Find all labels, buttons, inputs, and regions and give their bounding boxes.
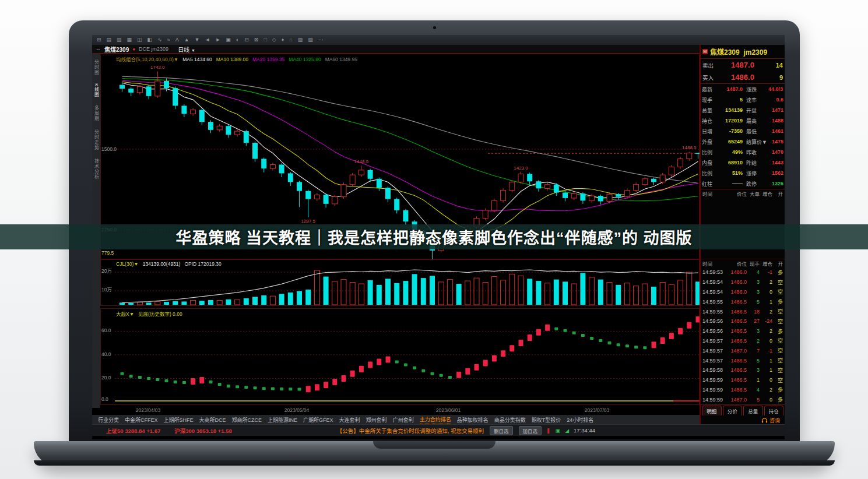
- down-arrow-icon[interactable]: ▼: [195, 37, 200, 43]
- hatch-alt-icon[interactable]: ▨: [308, 37, 313, 43]
- view-tab-5[interactable]: 技术分析: [93, 159, 100, 179]
- exchange-tab-14[interactable]: 期权T型报价: [532, 416, 561, 424]
- tape-row[interactable]: 14:59:541486.032空: [701, 277, 785, 287]
- quote-tab-1[interactable]: 明细: [702, 406, 722, 415]
- tape-row[interactable]: 14:59:531486.04-1多: [701, 267, 785, 277]
- exchange-tab-1[interactable]: 行业分类: [98, 416, 119, 424]
- bid-row[interactable]: 买入 1486.0 9: [701, 71, 785, 83]
- quote-grid-row: 内盘68910昨结1443: [701, 157, 785, 168]
- quote-value: 1475: [768, 139, 783, 145]
- ask-row[interactable]: 卖出 1487.0 14: [701, 59, 785, 71]
- main-contract-badge: M: [702, 49, 708, 54]
- tape-delta: 0: [760, 377, 772, 383]
- tape-row[interactable]: 14:59:561486.532多: [701, 326, 785, 336]
- exchange-tab-13[interactable]: 商品分类指数: [494, 416, 526, 424]
- home-icon[interactable]: ⌂: [289, 37, 292, 43]
- box-icon[interactable]: ▣: [226, 37, 231, 43]
- minus-box-icon[interactable]: ⊟: [244, 37, 249, 43]
- tape-volume: 7: [747, 348, 760, 354]
- tape-row[interactable]: 14:59:591486.542多: [701, 385, 785, 395]
- tape-row[interactable]: 14:59:591487.050多: [701, 395, 785, 404]
- half-circle-icon[interactable]: ◐: [236, 37, 239, 43]
- exchange-tab-8[interactable]: 大连套利: [339, 416, 360, 424]
- exchange-tab-5[interactable]: 郑商所CZCE: [232, 416, 262, 424]
- tape-row[interactable]: 14:59:591486.510空: [701, 375, 785, 385]
- quote-grid-row: 最新1487.0涨跌44.0/3.0: [701, 84, 785, 94]
- square-icon[interactable]: □: [263, 37, 266, 43]
- exchange-tab-11[interactable]: 主力合约排名: [420, 415, 451, 424]
- tape-row[interactable]: 14:59:581486.531空: [701, 365, 785, 375]
- quote-label: 现手: [702, 96, 717, 104]
- tape-volume: 3: [747, 328, 760, 334]
- split-panel-icon[interactable]: ◫: [137, 37, 142, 43]
- solid-diamond-icon[interactable]: ♦: [282, 37, 284, 43]
- tape-row[interactable]: 14:59:541486.030空: [701, 287, 785, 297]
- exchange-tab-3[interactable]: 上期所SHFE: [164, 416, 194, 424]
- volume-chart[interactable]: [115, 266, 700, 306]
- right-arrow-icon[interactable]: ►: [215, 37, 220, 43]
- quote-grid: 最新1487.0涨跌44.0/3.0现手5速率0.6总量134139开盘1471…: [701, 84, 785, 189]
- peak-icon[interactable]: Λ: [175, 37, 179, 43]
- tape-row[interactable]: 14:59:571487.07-1空: [701, 346, 785, 355]
- more-icon[interactable]: ⋯: [318, 37, 324, 43]
- view-tab-1[interactable]: 分时图: [93, 59, 100, 75]
- ma-value-2: MA10 1389.00: [216, 57, 248, 62]
- tape-row[interactable]: 14:59:571486.551空: [701, 355, 785, 365]
- rows-icon[interactable]: ▤: [107, 37, 112, 43]
- tape-row[interactable]: 14:59:571486.520空: [701, 336, 785, 346]
- ma-settings-label[interactable]: 均线组合(5,10,20,40,60,0)▼: [116, 57, 178, 62]
- columns-icon[interactable]: ▥: [117, 37, 122, 43]
- quote-tab-3[interactable]: 总量: [743, 406, 763, 415]
- quote-label: 总量: [702, 107, 717, 114]
- ma-value-4: MA40 1325.80: [289, 57, 321, 62]
- tape-volume: 27: [747, 318, 760, 324]
- ma-value-5: MA60 1349.95: [325, 57, 357, 62]
- volume-indicator-label[interactable]: CJL(30)▼: [116, 261, 139, 267]
- diamond-icon[interactable]: ◇: [272, 37, 276, 43]
- grid-icon[interactable]: ⊞: [97, 37, 101, 43]
- volume-pane[interactable]: CJL(30)▼134139.00(4931)OPID 172019.30 20…: [100, 259, 700, 306]
- quote-tab-2[interactable]: 分价: [723, 406, 743, 415]
- view-tab-2[interactable]: K线图: [93, 83, 100, 97]
- up-arrow-icon[interactable]: ▲: [184, 37, 189, 43]
- half-panel-icon[interactable]: ◧: [147, 37, 153, 43]
- quote-label: 内盘: [702, 159, 717, 167]
- quote-label: 最低: [746, 128, 768, 135]
- tape-delta: -24: [760, 318, 772, 324]
- table-icon[interactable]: ▦: [127, 37, 132, 43]
- exchange-tab-4[interactable]: 大商所DCE: [199, 416, 226, 424]
- view-tab-3[interactable]: 多周期: [93, 105, 100, 121]
- volume-axis-label: 20万: [101, 267, 112, 274]
- exchange-tab-9[interactable]: 郑州套利: [366, 416, 387, 424]
- exchange-tab-2[interactable]: 中金所CFFEX: [125, 416, 158, 424]
- exchange-tab-12[interactable]: 品种加权排名: [457, 416, 489, 424]
- exchange-tab-7[interactable]: 广期所GFEX: [303, 416, 333, 424]
- quote-tab-4[interactable]: 持仓: [764, 406, 784, 415]
- exchange-tab-15[interactable]: 24小时排名: [567, 416, 593, 424]
- left-arrow-icon[interactable]: ◄: [205, 37, 210, 43]
- exchange-tab-6[interactable]: 上期能源INE: [268, 416, 297, 424]
- tape-price: 1486.5: [727, 367, 747, 373]
- indicator-pane[interactable]: 大趋X▼见底(历史数字) 0.00 60.0 40.0 20.0 0.0: [100, 308, 700, 405]
- tape-row[interactable]: 14:59:561486.527-24空: [701, 316, 785, 326]
- tape-price: 1486.0: [727, 269, 747, 275]
- hatch-icon[interactable]: ▧: [298, 37, 303, 43]
- column-header: 现手: [747, 260, 760, 267]
- contract-code: DCE jm2309: [139, 46, 168, 52]
- wave-icon[interactable]: ∿: [157, 37, 162, 43]
- exchange-tab-10[interactable]: 广州套利: [393, 416, 414, 424]
- lines-icon[interactable]: ≈: [167, 37, 170, 43]
- index-ticker-2: 沪深300 3853.18 +1.58: [174, 427, 232, 435]
- tape-headers: 时间价位现手增仓开: [701, 259, 785, 267]
- indicator-label[interactable]: 大趋X▼: [116, 311, 134, 317]
- service-row[interactable]: 咨询: [701, 415, 785, 425]
- tape-row[interactable]: 14:59:551486.5182空: [701, 307, 785, 316]
- close-box-icon[interactable]: ⊠: [254, 37, 259, 43]
- indicator-chart[interactable]: [115, 316, 700, 404]
- tape-row[interactable]: 14:59:551486.551多: [701, 297, 785, 307]
- view-tab-4[interactable]: 分时走势: [93, 129, 100, 150]
- navigate-contract-icon[interactable]: ⇔: [96, 46, 101, 52]
- add-favorite-button[interactable]: 加自选: [519, 426, 542, 435]
- period-selector[interactable]: 日线 ▼: [178, 45, 195, 54]
- remove-favorite-button[interactable]: 删自选: [490, 426, 513, 435]
